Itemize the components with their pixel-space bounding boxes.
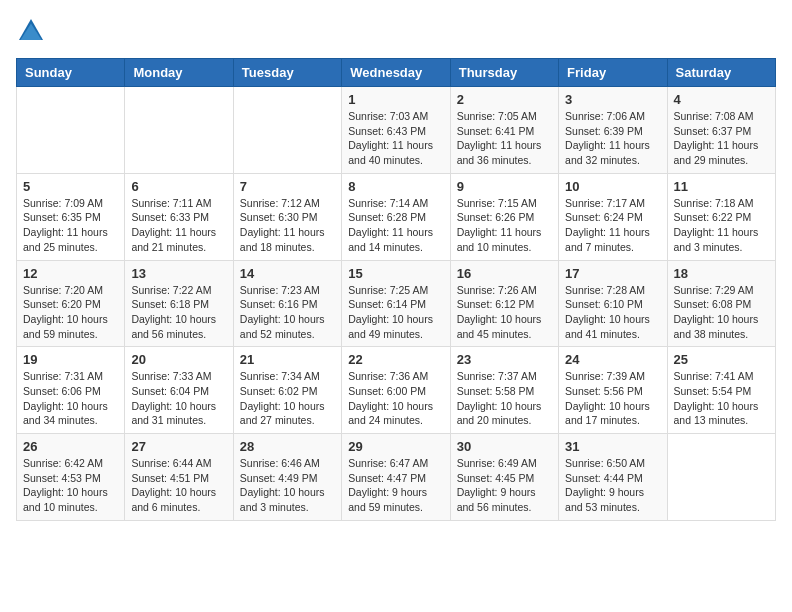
day-number: 15 [348,266,443,281]
day-number: 19 [23,352,118,367]
calendar-cell: 7Sunrise: 7:12 AM Sunset: 6:30 PM Daylig… [233,173,341,260]
calendar-week-3: 12Sunrise: 7:20 AM Sunset: 6:20 PM Dayli… [17,260,776,347]
day-info: Sunrise: 7:05 AM Sunset: 6:41 PM Dayligh… [457,109,552,168]
logo [16,16,50,46]
weekday-header-tuesday: Tuesday [233,59,341,87]
calendar-cell: 3Sunrise: 7:06 AM Sunset: 6:39 PM Daylig… [559,87,667,174]
svg-marker-1 [21,24,42,41]
calendar-cell [17,87,125,174]
weekday-header-thursday: Thursday [450,59,558,87]
day-info: Sunrise: 7:08 AM Sunset: 6:37 PM Dayligh… [674,109,769,168]
day-info: Sunrise: 7:39 AM Sunset: 5:56 PM Dayligh… [565,369,660,428]
calendar-week-5: 26Sunrise: 6:42 AM Sunset: 4:53 PM Dayli… [17,434,776,521]
day-number: 8 [348,179,443,194]
day-info: Sunrise: 7:41 AM Sunset: 5:54 PM Dayligh… [674,369,769,428]
calendar-cell [233,87,341,174]
calendar-cell: 22Sunrise: 7:36 AM Sunset: 6:00 PM Dayli… [342,347,450,434]
day-info: Sunrise: 7:25 AM Sunset: 6:14 PM Dayligh… [348,283,443,342]
calendar-cell: 14Sunrise: 7:23 AM Sunset: 6:16 PM Dayli… [233,260,341,347]
day-info: Sunrise: 7:11 AM Sunset: 6:33 PM Dayligh… [131,196,226,255]
weekday-header-row: SundayMondayTuesdayWednesdayThursdayFrid… [17,59,776,87]
calendar-cell: 15Sunrise: 7:25 AM Sunset: 6:14 PM Dayli… [342,260,450,347]
calendar-cell: 10Sunrise: 7:17 AM Sunset: 6:24 PM Dayli… [559,173,667,260]
day-number: 30 [457,439,552,454]
day-info: Sunrise: 7:12 AM Sunset: 6:30 PM Dayligh… [240,196,335,255]
calendar-week-1: 1Sunrise: 7:03 AM Sunset: 6:43 PM Daylig… [17,87,776,174]
day-info: Sunrise: 7:36 AM Sunset: 6:00 PM Dayligh… [348,369,443,428]
day-number: 25 [674,352,769,367]
calendar-cell: 27Sunrise: 6:44 AM Sunset: 4:51 PM Dayli… [125,434,233,521]
day-info: Sunrise: 7:29 AM Sunset: 6:08 PM Dayligh… [674,283,769,342]
calendar-cell: 29Sunrise: 6:47 AM Sunset: 4:47 PM Dayli… [342,434,450,521]
day-number: 11 [674,179,769,194]
day-number: 5 [23,179,118,194]
calendar-cell: 23Sunrise: 7:37 AM Sunset: 5:58 PM Dayli… [450,347,558,434]
day-info: Sunrise: 7:03 AM Sunset: 6:43 PM Dayligh… [348,109,443,168]
calendar-cell: 6Sunrise: 7:11 AM Sunset: 6:33 PM Daylig… [125,173,233,260]
calendar-cell: 13Sunrise: 7:22 AM Sunset: 6:18 PM Dayli… [125,260,233,347]
day-number: 13 [131,266,226,281]
calendar-cell: 24Sunrise: 7:39 AM Sunset: 5:56 PM Dayli… [559,347,667,434]
weekday-header-monday: Monday [125,59,233,87]
calendar-cell: 4Sunrise: 7:08 AM Sunset: 6:37 PM Daylig… [667,87,775,174]
calendar-cell: 11Sunrise: 7:18 AM Sunset: 6:22 PM Dayli… [667,173,775,260]
day-info: Sunrise: 7:17 AM Sunset: 6:24 PM Dayligh… [565,196,660,255]
day-number: 7 [240,179,335,194]
weekday-header-sunday: Sunday [17,59,125,87]
day-info: Sunrise: 7:15 AM Sunset: 6:26 PM Dayligh… [457,196,552,255]
calendar-week-2: 5Sunrise: 7:09 AM Sunset: 6:35 PM Daylig… [17,173,776,260]
day-info: Sunrise: 7:28 AM Sunset: 6:10 PM Dayligh… [565,283,660,342]
calendar-cell: 26Sunrise: 6:42 AM Sunset: 4:53 PM Dayli… [17,434,125,521]
weekday-header-wednesday: Wednesday [342,59,450,87]
day-info: Sunrise: 7:33 AM Sunset: 6:04 PM Dayligh… [131,369,226,428]
calendar-cell [667,434,775,521]
day-info: Sunrise: 7:20 AM Sunset: 6:20 PM Dayligh… [23,283,118,342]
day-info: Sunrise: 6:47 AM Sunset: 4:47 PM Dayligh… [348,456,443,515]
day-number: 2 [457,92,552,107]
day-number: 1 [348,92,443,107]
day-number: 27 [131,439,226,454]
day-number: 20 [131,352,226,367]
day-number: 31 [565,439,660,454]
calendar-cell: 28Sunrise: 6:46 AM Sunset: 4:49 PM Dayli… [233,434,341,521]
calendar-cell: 25Sunrise: 7:41 AM Sunset: 5:54 PM Dayli… [667,347,775,434]
calendar-cell: 17Sunrise: 7:28 AM Sunset: 6:10 PM Dayli… [559,260,667,347]
calendar-cell: 18Sunrise: 7:29 AM Sunset: 6:08 PM Dayli… [667,260,775,347]
day-number: 12 [23,266,118,281]
day-info: Sunrise: 6:44 AM Sunset: 4:51 PM Dayligh… [131,456,226,515]
calendar-table: SundayMondayTuesdayWednesdayThursdayFrid… [16,58,776,521]
day-info: Sunrise: 7:23 AM Sunset: 6:16 PM Dayligh… [240,283,335,342]
day-info: Sunrise: 6:46 AM Sunset: 4:49 PM Dayligh… [240,456,335,515]
day-info: Sunrise: 7:22 AM Sunset: 6:18 PM Dayligh… [131,283,226,342]
calendar-cell: 2Sunrise: 7:05 AM Sunset: 6:41 PM Daylig… [450,87,558,174]
day-number: 6 [131,179,226,194]
day-number: 10 [565,179,660,194]
day-info: Sunrise: 7:06 AM Sunset: 6:39 PM Dayligh… [565,109,660,168]
calendar-cell: 20Sunrise: 7:33 AM Sunset: 6:04 PM Dayli… [125,347,233,434]
day-number: 4 [674,92,769,107]
day-number: 9 [457,179,552,194]
day-info: Sunrise: 7:37 AM Sunset: 5:58 PM Dayligh… [457,369,552,428]
calendar-cell: 31Sunrise: 6:50 AM Sunset: 4:44 PM Dayli… [559,434,667,521]
day-number: 17 [565,266,660,281]
weekday-header-friday: Friday [559,59,667,87]
day-number: 26 [23,439,118,454]
calendar-cell: 9Sunrise: 7:15 AM Sunset: 6:26 PM Daylig… [450,173,558,260]
day-info: Sunrise: 6:42 AM Sunset: 4:53 PM Dayligh… [23,456,118,515]
calendar-cell [125,87,233,174]
day-number: 23 [457,352,552,367]
calendar-cell: 1Sunrise: 7:03 AM Sunset: 6:43 PM Daylig… [342,87,450,174]
calendar-cell: 8Sunrise: 7:14 AM Sunset: 6:28 PM Daylig… [342,173,450,260]
calendar-cell: 21Sunrise: 7:34 AM Sunset: 6:02 PM Dayli… [233,347,341,434]
day-number: 3 [565,92,660,107]
page-header [16,16,776,46]
weekday-header-saturday: Saturday [667,59,775,87]
calendar-cell: 5Sunrise: 7:09 AM Sunset: 6:35 PM Daylig… [17,173,125,260]
calendar-cell: 19Sunrise: 7:31 AM Sunset: 6:06 PM Dayli… [17,347,125,434]
day-info: Sunrise: 7:18 AM Sunset: 6:22 PM Dayligh… [674,196,769,255]
day-number: 29 [348,439,443,454]
day-info: Sunrise: 7:31 AM Sunset: 6:06 PM Dayligh… [23,369,118,428]
day-info: Sunrise: 7:34 AM Sunset: 6:02 PM Dayligh… [240,369,335,428]
day-number: 18 [674,266,769,281]
calendar-cell: 30Sunrise: 6:49 AM Sunset: 4:45 PM Dayli… [450,434,558,521]
